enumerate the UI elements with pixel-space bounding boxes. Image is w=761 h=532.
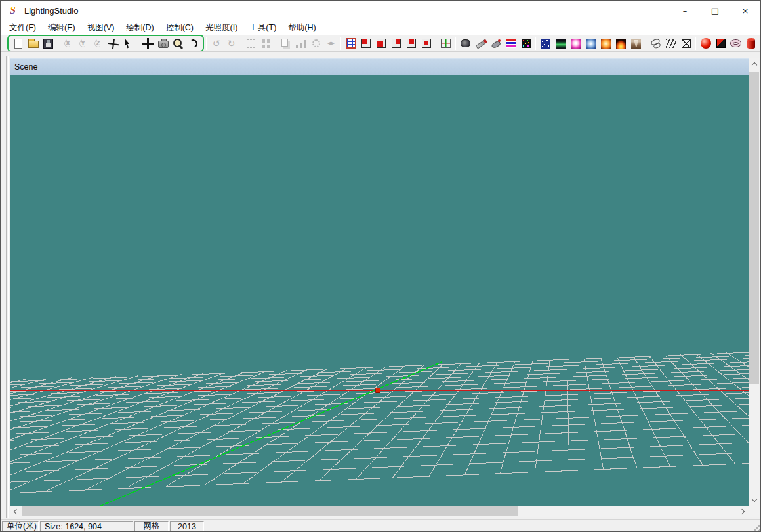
array-icon: [296, 38, 306, 49]
menu-item-draw[interactable]: 绘制(D): [120, 21, 159, 35]
explosion-button[interactable]: [568, 36, 583, 51]
chevron-up-icon: [751, 62, 756, 68]
menu-item-help[interactable]: 帮助(H): [282, 21, 321, 35]
tornado-icon: [631, 39, 641, 49]
toolbar-separator: [58, 37, 58, 50]
save-button[interactable]: [41, 36, 56, 51]
cone-light-button[interactable]: [488, 36, 503, 51]
select-button[interactable]: [121, 36, 136, 51]
toolbar-group: [343, 36, 453, 51]
array-button[interactable]: [293, 36, 308, 51]
spotlight-button[interactable]: [458, 36, 473, 51]
scroll-up-button[interactable]: [749, 58, 760, 70]
orbit-button[interactable]: [186, 36, 201, 51]
undo-button[interactable]: ↺: [209, 36, 224, 51]
color-bars-button[interactable]: [503, 36, 518, 51]
rain-button[interactable]: [663, 36, 678, 51]
grid-view-button[interactable]: [343, 36, 358, 51]
camera-icon: [158, 41, 169, 48]
resize-grip[interactable]: [751, 523, 760, 532]
menu-item-illuminance[interactable]: 光照度(I): [199, 21, 243, 35]
camera-button[interactable]: [155, 36, 171, 51]
toolbar-group: [458, 36, 533, 51]
rotate-x-button[interactable]: X: [60, 36, 75, 51]
toolbar-gripper[interactable]: [3, 37, 5, 50]
flame-button[interactable]: [613, 36, 628, 51]
view-top-button[interactable]: [358, 36, 373, 51]
toolbar-separator: [241, 37, 241, 50]
mirror-button[interactable]: ◀▶: [323, 36, 339, 51]
open-file-icon: [28, 41, 39, 48]
night-sky-button[interactable]: [538, 36, 553, 51]
title-bar[interactable]: S LightingStudio –□×: [1, 1, 760, 20]
toolbar-separator: [646, 37, 646, 50]
view-corner-button[interactable]: [388, 36, 403, 51]
snowfall-button[interactable]: [583, 36, 598, 51]
sphere-button[interactable]: [698, 36, 713, 51]
scene-3d-viewport[interactable]: [10, 75, 749, 506]
app-window: S LightingStudio –□× 文件(F)编辑(E)视图(V)绘制(D…: [0, 0, 761, 532]
rotate-y-icon: Y: [78, 38, 89, 49]
status-bar: 单位(米)Size: 1624, 904网格2013: [1, 519, 760, 532]
menu-item-file[interactable]: 文件(F): [3, 21, 42, 35]
horizontal-scrollbar-thumb[interactable]: [22, 506, 518, 516]
scene-window-caption[interactable]: Scene: [10, 58, 749, 75]
view-front-icon: [377, 39, 386, 48]
view-side-button[interactable]: [403, 36, 419, 51]
vertical-scrollbar[interactable]: [749, 58, 760, 506]
rotate-z-button[interactable]: Z: [91, 36, 106, 51]
torus-button[interactable]: [728, 36, 743, 51]
toolbar-separator: [340, 37, 341, 50]
toolbar-separator: [455, 37, 456, 50]
maximize-button[interactable]: □: [700, 1, 730, 20]
toolbar-separator: [436, 37, 436, 50]
view-back-button[interactable]: [419, 36, 434, 51]
horizontal-scrollbar[interactable]: [10, 506, 749, 517]
pan-button[interactable]: [106, 36, 121, 51]
smoke-button[interactable]: [648, 36, 663, 51]
status-panel-size: Size: 1624, 904: [40, 521, 133, 532]
rotate-x-icon: X: [63, 38, 73, 49]
tornado-button[interactable]: [628, 36, 644, 51]
zoom-button[interactable]: [171, 36, 186, 51]
view-front-button[interactable]: [373, 36, 388, 51]
view-axes-button[interactable]: [438, 36, 453, 51]
led-matrix-button[interactable]: [518, 36, 533, 51]
menu-item-edit[interactable]: 编辑(E): [42, 21, 81, 35]
open-file-button[interactable]: [26, 36, 41, 51]
snap-circle-button[interactable]: [308, 36, 323, 51]
cylinder-button[interactable]: [743, 36, 758, 51]
view-axes-icon: [441, 39, 451, 48]
scroll-right-button[interactable]: [737, 506, 749, 517]
bounding-box-icon: [682, 39, 691, 48]
scroll-down-button[interactable]: [749, 495, 760, 506]
toolbar-group: [538, 36, 693, 51]
app-icon: S: [7, 5, 18, 16]
scene-caption-label: Scene: [14, 62, 37, 72]
minimize-button[interactable]: –: [670, 1, 700, 20]
view-side-icon: [407, 39, 416, 48]
menu-item-view[interactable]: 视图(V): [81, 21, 121, 35]
scene-grid-canvas[interactable]: [10, 75, 749, 506]
new-file-button[interactable]: [10, 36, 26, 51]
menu-item-control[interactable]: 控制(C): [160, 21, 199, 35]
vertical-scrollbar-thumb[interactable]: [749, 72, 759, 384]
aurora-button[interactable]: [553, 36, 568, 51]
view-back-icon: [422, 39, 431, 48]
copy-button[interactable]: [278, 36, 293, 51]
select-box-button[interactable]: [243, 36, 258, 51]
select-box-icon: [247, 39, 255, 48]
flashlight-button[interactable]: [473, 36, 488, 51]
zoom-icon: [173, 38, 184, 49]
align-grid-button[interactable]: [258, 36, 274, 51]
menu-item-tools[interactable]: 工具(T): [243, 21, 282, 35]
fireball-button[interactable]: [598, 36, 613, 51]
redo-button[interactable]: ↻: [224, 36, 239, 51]
rotate-y-button[interactable]: Y: [75, 36, 91, 51]
cube-button[interactable]: [713, 36, 728, 51]
move-button[interactable]: [140, 36, 155, 51]
scroll-left-button[interactable]: [10, 506, 21, 517]
close-button[interactable]: ×: [730, 1, 760, 20]
bounding-box-button[interactable]: [678, 36, 693, 51]
toolbar-separator: [695, 37, 696, 50]
